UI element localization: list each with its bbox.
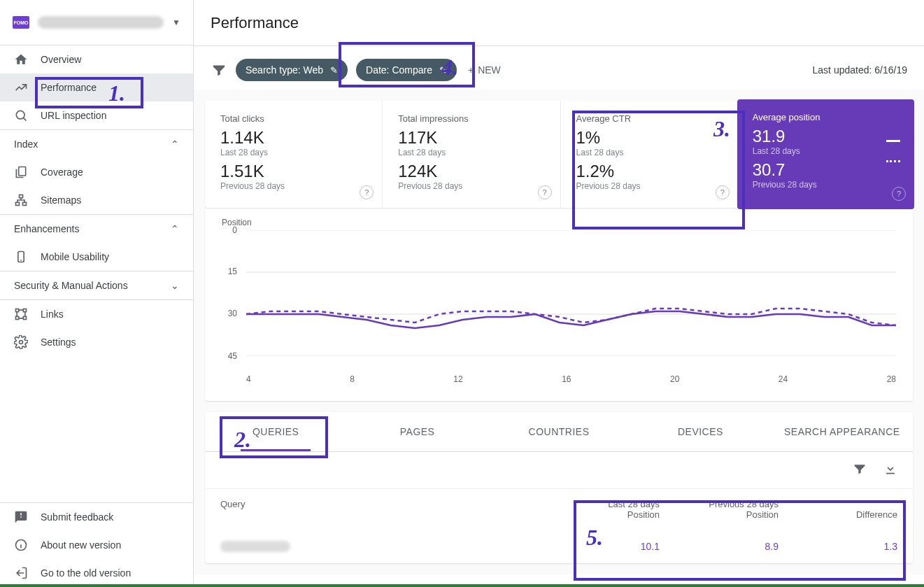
table-filter-icon[interactable] xyxy=(853,462,867,479)
tab-queries[interactable]: QUERIES xyxy=(205,412,346,451)
add-new-filter[interactable]: + NEW xyxy=(468,64,501,76)
legend-solid-line xyxy=(886,140,900,142)
x-tick: 4 xyxy=(246,374,251,384)
chart-y-label: Position xyxy=(222,218,896,227)
card-total-impressions[interactable]: Total impressions 117K Last 28 days 124K… xyxy=(383,101,560,208)
plus-icon: + xyxy=(468,64,474,76)
nav-submit-feedback[interactable]: Submit feedback xyxy=(0,503,193,531)
svg-point-0 xyxy=(16,111,24,119)
tab-countries[interactable]: COUNTRIES xyxy=(488,412,630,451)
card-period: Last 28 days xyxy=(576,148,723,157)
y-tick: 30 xyxy=(228,309,237,318)
nav-header-label: Security & Manual Actions xyxy=(14,280,128,291)
col-header-top: Last 28 days xyxy=(541,499,660,509)
links-icon xyxy=(14,307,28,321)
nav-coverage[interactable]: Coverage xyxy=(0,158,193,186)
nav-label: Mobile Usability xyxy=(41,251,109,262)
nav-mobile-usability[interactable]: Mobile Usability xyxy=(0,243,193,271)
metric-cards: Total clicks 1.14K Last 28 days 1.51K Pr… xyxy=(205,101,913,208)
card-period-prev: Previous 28 days xyxy=(220,181,367,191)
chart-line-icon xyxy=(14,80,28,94)
property-logo: FOMO xyxy=(13,16,29,29)
help-icon[interactable]: ? xyxy=(892,187,906,201)
nav-label: Submit feedback xyxy=(41,511,113,523)
nav-sitemaps[interactable]: Sitemaps xyxy=(0,186,193,214)
chevron-up-icon: ⌃ xyxy=(171,139,179,150)
nav-section-security[interactable]: Security & Manual Actions ⌄ xyxy=(0,271,193,299)
nav-label: Coverage xyxy=(41,167,83,178)
svg-rect-3 xyxy=(16,202,20,205)
nav-old-version[interactable]: Go to the old version xyxy=(0,559,193,587)
col-last28-header: Last 28 days Position xyxy=(541,499,660,520)
property-name-blurred xyxy=(38,16,164,29)
filters-bar: Search type: Web ✎ Date: Compare ✎ + NEW… xyxy=(194,46,924,90)
nav-links[interactable]: Links xyxy=(0,300,193,328)
blurred-query xyxy=(220,541,290,552)
card-value: 117K xyxy=(398,128,544,148)
nav-label: Performance xyxy=(41,82,97,93)
table-header: Query Last 28 days Position Previous 28 … xyxy=(205,488,913,530)
svg-rect-9 xyxy=(23,316,26,319)
query-cell xyxy=(220,541,541,552)
card-average-position[interactable]: Average position 31.9 Last 28 days 30.7 … xyxy=(737,99,914,209)
download-icon[interactable] xyxy=(883,462,897,479)
nav-header-label: Enhancements xyxy=(14,223,79,234)
main-content: Performance Search type: Web ✎ Date: Com… xyxy=(194,0,924,587)
x-axis-ticks: 4 8 12 16 20 24 28 xyxy=(222,374,896,384)
card-label: Average CTR xyxy=(576,113,723,124)
cell-prev28: 8.9 xyxy=(660,541,779,552)
nav-label: Overview xyxy=(41,54,81,65)
info-icon xyxy=(14,538,28,552)
sitemap-icon xyxy=(14,193,28,207)
chip-search-type[interactable]: Search type: Web ✎ xyxy=(236,59,348,81)
col-header-sub: Position xyxy=(660,509,779,520)
card-value-prev: 124K xyxy=(398,162,544,181)
search-icon xyxy=(14,108,28,122)
nav-section-index[interactable]: Index ⌃ xyxy=(0,130,193,158)
nav-section-enhancements[interactable]: Enhancements ⌃ xyxy=(0,215,193,243)
tab-search-appearance[interactable]: SEARCH APPEARANCE xyxy=(772,412,913,451)
gear-icon xyxy=(14,335,28,349)
nav-label: URL inspection xyxy=(41,110,106,121)
new-label: NEW xyxy=(478,64,501,76)
col-header-sub: Position xyxy=(541,509,660,520)
tab-pages[interactable]: PAGES xyxy=(346,412,488,451)
nav-label: Go to the old version xyxy=(41,567,131,579)
help-icon[interactable]: ? xyxy=(716,185,730,199)
table-toolbar xyxy=(205,452,913,488)
card-label: Average position xyxy=(753,112,899,122)
table-row[interactable]: 10.1 8.9 1.3 xyxy=(205,530,913,563)
col-prev28-header: Previous 28 days Position xyxy=(660,499,779,520)
col-query-header: Query xyxy=(220,499,541,520)
property-selector[interactable]: FOMO ▼ xyxy=(0,0,193,45)
card-period: Last 28 days xyxy=(753,146,899,156)
help-icon[interactable]: ? xyxy=(538,185,552,199)
filter-icon[interactable] xyxy=(211,62,227,78)
col-diff-header: Difference xyxy=(779,499,897,520)
nav-about-new-version[interactable]: About new version xyxy=(0,531,193,559)
nav-overview[interactable]: Overview xyxy=(0,45,193,73)
help-icon[interactable]: ? xyxy=(360,185,374,199)
nav-settings[interactable]: Settings xyxy=(0,328,193,356)
tab-devices[interactable]: DEVICES xyxy=(630,412,771,451)
svg-rect-2 xyxy=(20,195,23,198)
card-value-prev: 1.51K xyxy=(220,162,367,181)
chip-label: Search type: Web xyxy=(246,64,323,76)
nav-url-inspection[interactable]: URL inspection xyxy=(0,101,193,129)
feedback-icon xyxy=(14,510,28,524)
nav-performance[interactable]: Performance xyxy=(0,73,193,101)
card-average-ctr[interactable]: Average CTR 1% Last 28 days 1.2% Previou… xyxy=(561,101,739,208)
card-label: Total impressions xyxy=(398,113,544,124)
x-tick: 8 xyxy=(350,374,355,384)
chip-date[interactable]: Date: Compare ✎ xyxy=(356,59,457,81)
nav-header-label: Index xyxy=(14,139,38,150)
card-value: 1.14K xyxy=(220,128,367,148)
chevron-down-icon: ▼ xyxy=(172,17,180,27)
x-tick: 24 xyxy=(779,374,788,384)
tabs-row: QUERIES PAGES COUNTRIES DEVICES SEARCH A… xyxy=(205,412,913,452)
card-value: 1% xyxy=(576,128,723,148)
svg-rect-1 xyxy=(19,167,26,176)
chevron-down-icon: ⌄ xyxy=(171,280,179,291)
card-total-clicks[interactable]: Total clicks 1.14K Last 28 days 1.51K Pr… xyxy=(205,101,383,208)
svg-rect-8 xyxy=(16,316,19,319)
